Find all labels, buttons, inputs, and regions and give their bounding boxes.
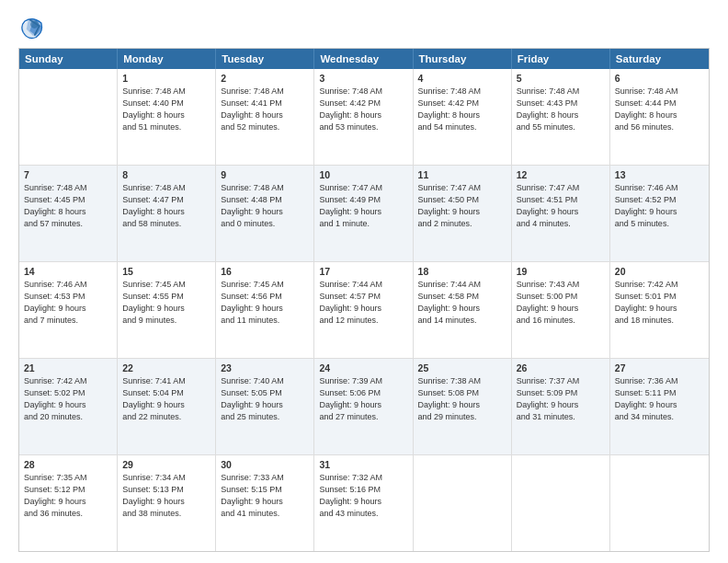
day-number: 29	[122, 459, 210, 470]
day-info: Sunrise: 7:39 AMSunset: 5:06 PMDaylight:…	[319, 375, 407, 423]
day-info: Sunrise: 7:35 AMSunset: 5:12 PMDaylight:…	[24, 472, 112, 520]
day-info: Sunrise: 7:48 AMSunset: 4:43 PMDaylight:…	[517, 86, 605, 133]
day-number: 5	[517, 73, 605, 84]
day-cell-10: 10Sunrise: 7:47 AMSunset: 4:49 PMDayligh…	[314, 166, 413, 261]
day-number: 9	[221, 169, 309, 180]
day-cell-27: 27Sunrise: 7:36 AMSunset: 5:11 PMDayligh…	[610, 359, 709, 454]
day-cell-18: 18Sunrise: 7:44 AMSunset: 4:58 PMDayligh…	[414, 262, 512, 358]
empty-cell	[19, 69, 118, 165]
week-row-3: 14Sunrise: 7:46 AMSunset: 4:53 PMDayligh…	[19, 262, 709, 359]
day-info: Sunrise: 7:48 AMSunset: 4:40 PMDaylight:…	[122, 86, 210, 133]
day-info: Sunrise: 7:47 AMSunset: 4:49 PMDaylight:…	[319, 182, 407, 230]
week-row-2: 7Sunrise: 7:48 AMSunset: 4:45 PMDaylight…	[19, 166, 709, 262]
header-day-sunday: Sunday	[19, 49, 118, 69]
day-cell-4: 4Sunrise: 7:48 AMSunset: 4:42 PMDaylight…	[414, 69, 512, 165]
day-number: 7	[24, 169, 112, 180]
day-cell-29: 29Sunrise: 7:34 AMSunset: 5:13 PMDayligh…	[118, 455, 216, 551]
day-number: 1	[122, 73, 210, 84]
day-cell-11: 11Sunrise: 7:47 AMSunset: 4:50 PMDayligh…	[414, 166, 512, 261]
day-cell-2: 2Sunrise: 7:48 AMSunset: 4:41 PMDaylight…	[216, 69, 314, 165]
day-number: 15	[122, 266, 210, 277]
day-info: Sunrise: 7:46 AMSunset: 4:52 PMDaylight:…	[615, 182, 704, 230]
day-number: 12	[517, 169, 605, 180]
header-day-tuesday: Tuesday	[216, 49, 314, 69]
day-number: 28	[24, 459, 112, 470]
day-number: 22	[122, 362, 210, 373]
day-cell-12: 12Sunrise: 7:47 AMSunset: 4:51 PMDayligh…	[512, 166, 610, 261]
day-info: Sunrise: 7:38 AMSunset: 5:08 PMDaylight:…	[418, 375, 506, 423]
day-cell-6: 6Sunrise: 7:48 AMSunset: 4:44 PMDaylight…	[610, 69, 709, 165]
day-info: Sunrise: 7:37 AMSunset: 5:09 PMDaylight:…	[517, 375, 605, 423]
day-info: Sunrise: 7:48 AMSunset: 4:47 PMDaylight:…	[122, 182, 210, 230]
day-number: 20	[615, 266, 704, 277]
day-info: Sunrise: 7:48 AMSunset: 4:45 PMDaylight:…	[24, 182, 112, 230]
day-cell-14: 14Sunrise: 7:46 AMSunset: 4:53 PMDayligh…	[19, 262, 118, 358]
day-info: Sunrise: 7:43 AMSunset: 5:00 PMDaylight:…	[517, 279, 605, 327]
day-info: Sunrise: 7:36 AMSunset: 5:11 PMDaylight:…	[615, 375, 704, 423]
day-number: 21	[24, 362, 112, 373]
day-info: Sunrise: 7:48 AMSunset: 4:42 PMDaylight:…	[418, 86, 506, 133]
day-info: Sunrise: 7:47 AMSunset: 4:50 PMDaylight:…	[418, 182, 506, 230]
week-row-5: 28Sunrise: 7:35 AMSunset: 5:12 PMDayligh…	[19, 455, 709, 551]
day-cell-9: 9Sunrise: 7:48 AMSunset: 4:48 PMDaylight…	[216, 166, 314, 261]
logo	[18, 15, 48, 40]
header-day-thursday: Thursday	[414, 49, 512, 69]
day-number: 3	[319, 73, 407, 84]
day-info: Sunrise: 7:40 AMSunset: 5:05 PMDaylight:…	[221, 375, 309, 423]
day-cell-16: 16Sunrise: 7:45 AMSunset: 4:56 PMDayligh…	[216, 262, 314, 358]
header-day-wednesday: Wednesday	[314, 49, 413, 69]
day-number: 11	[418, 169, 506, 180]
day-cell-28: 28Sunrise: 7:35 AMSunset: 5:12 PMDayligh…	[19, 455, 118, 551]
day-cell-26: 26Sunrise: 7:37 AMSunset: 5:09 PMDayligh…	[512, 359, 610, 454]
day-info: Sunrise: 7:45 AMSunset: 4:56 PMDaylight:…	[221, 279, 309, 327]
day-cell-3: 3Sunrise: 7:48 AMSunset: 4:42 PMDaylight…	[314, 69, 413, 165]
day-info: Sunrise: 7:48 AMSunset: 4:42 PMDaylight:…	[319, 86, 407, 133]
day-info: Sunrise: 7:47 AMSunset: 4:51 PMDaylight:…	[517, 182, 605, 230]
day-number: 23	[221, 362, 309, 373]
empty-cell	[414, 455, 512, 551]
day-cell-1: 1Sunrise: 7:48 AMSunset: 4:40 PMDaylight…	[118, 69, 216, 165]
day-info: Sunrise: 7:32 AMSunset: 5:16 PMDaylight:…	[319, 472, 407, 520]
day-number: 26	[517, 362, 605, 373]
day-number: 16	[221, 266, 309, 277]
day-number: 8	[122, 169, 210, 180]
day-info: Sunrise: 7:42 AMSunset: 5:01 PMDaylight:…	[615, 279, 704, 327]
week-row-1: 1Sunrise: 7:48 AMSunset: 4:40 PMDaylight…	[19, 69, 709, 166]
day-number: 19	[517, 266, 605, 277]
day-cell-21: 21Sunrise: 7:42 AMSunset: 5:02 PMDayligh…	[19, 359, 118, 454]
day-info: Sunrise: 7:46 AMSunset: 4:53 PMDaylight:…	[24, 279, 112, 327]
day-info: Sunrise: 7:45 AMSunset: 4:55 PMDaylight:…	[122, 279, 210, 327]
day-cell-19: 19Sunrise: 7:43 AMSunset: 5:00 PMDayligh…	[512, 262, 610, 358]
page: SundayMondayTuesdayWednesdayThursdayFrid…	[0, 0, 728, 563]
day-cell-8: 8Sunrise: 7:48 AMSunset: 4:47 PMDaylight…	[118, 166, 216, 261]
header-day-saturday: Saturday	[610, 49, 709, 69]
header	[18, 15, 710, 40]
day-cell-15: 15Sunrise: 7:45 AMSunset: 4:55 PMDayligh…	[118, 262, 216, 358]
day-cell-31: 31Sunrise: 7:32 AMSunset: 5:16 PMDayligh…	[314, 455, 413, 551]
logo-icon	[18, 15, 44, 40]
calendar-header: SundayMondayTuesdayWednesdayThursdayFrid…	[19, 49, 709, 69]
day-number: 25	[418, 362, 506, 373]
day-cell-24: 24Sunrise: 7:39 AMSunset: 5:06 PMDayligh…	[314, 359, 413, 454]
day-number: 31	[319, 459, 407, 470]
day-info: Sunrise: 7:33 AMSunset: 5:15 PMDaylight:…	[221, 472, 309, 520]
day-cell-17: 17Sunrise: 7:44 AMSunset: 4:57 PMDayligh…	[314, 262, 413, 358]
day-info: Sunrise: 7:41 AMSunset: 5:04 PMDaylight:…	[122, 375, 210, 423]
day-cell-22: 22Sunrise: 7:41 AMSunset: 5:04 PMDayligh…	[118, 359, 216, 454]
day-cell-30: 30Sunrise: 7:33 AMSunset: 5:15 PMDayligh…	[216, 455, 314, 551]
day-info: Sunrise: 7:34 AMSunset: 5:13 PMDaylight:…	[122, 472, 210, 520]
day-info: Sunrise: 7:48 AMSunset: 4:41 PMDaylight:…	[221, 86, 309, 133]
day-cell-23: 23Sunrise: 7:40 AMSunset: 5:05 PMDayligh…	[216, 359, 314, 454]
day-number: 17	[319, 266, 407, 277]
day-info: Sunrise: 7:48 AMSunset: 4:48 PMDaylight:…	[221, 182, 309, 230]
day-number: 18	[418, 266, 506, 277]
svg-point-3	[30, 20, 39, 29]
day-number: 2	[221, 73, 309, 84]
day-cell-5: 5Sunrise: 7:48 AMSunset: 4:43 PMDaylight…	[512, 69, 610, 165]
day-number: 4	[418, 73, 506, 84]
calendar-body: 1Sunrise: 7:48 AMSunset: 4:40 PMDaylight…	[19, 69, 709, 551]
day-info: Sunrise: 7:48 AMSunset: 4:44 PMDaylight:…	[615, 86, 704, 133]
day-info: Sunrise: 7:44 AMSunset: 4:58 PMDaylight:…	[418, 279, 506, 327]
day-info: Sunrise: 7:42 AMSunset: 5:02 PMDaylight:…	[24, 375, 112, 423]
day-number: 24	[319, 362, 407, 373]
